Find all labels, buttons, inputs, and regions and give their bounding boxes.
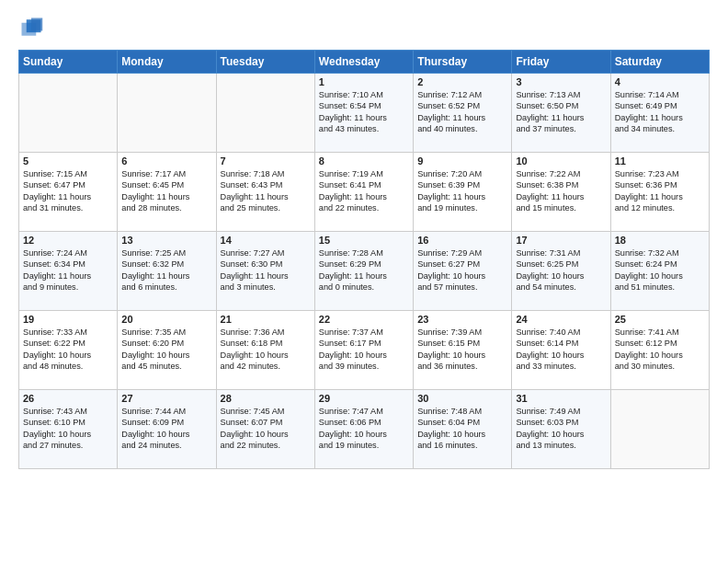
calendar-cell: 30Sunrise: 7:48 AM Sunset: 6:04 PM Dayli… xyxy=(414,390,512,469)
cell-text: Sunrise: 7:25 AM Sunset: 6:32 PM Dayligh… xyxy=(121,247,211,293)
day-number: 30 xyxy=(417,393,507,404)
calendar-cell: 29Sunrise: 7:47 AM Sunset: 6:06 PM Dayli… xyxy=(314,390,413,469)
calendar-header-row: SundayMondayTuesdayWednesdayThursdayFrid… xyxy=(19,51,710,74)
calendar-header-thursday: Thursday xyxy=(414,51,512,74)
calendar-cell: 24Sunrise: 7:40 AM Sunset: 6:14 PM Dayli… xyxy=(512,311,610,390)
day-number: 6 xyxy=(121,155,211,167)
day-number: 1 xyxy=(319,76,409,87)
calendar-week-row: 12Sunrise: 7:24 AM Sunset: 6:34 PM Dayli… xyxy=(19,232,710,311)
calendar-cell: 10Sunrise: 7:22 AM Sunset: 6:38 PM Dayli… xyxy=(512,153,610,232)
logo-icon xyxy=(18,15,44,40)
day-number: 8 xyxy=(319,155,409,167)
cell-text: Sunrise: 7:17 AM Sunset: 6:45 PM Dayligh… xyxy=(121,168,211,214)
day-number: 16 xyxy=(417,235,507,246)
calendar-cell: 16Sunrise: 7:29 AM Sunset: 6:27 PM Dayli… xyxy=(414,232,512,311)
calendar-week-row: 19Sunrise: 7:33 AM Sunset: 6:22 PM Dayli… xyxy=(19,311,710,390)
cell-text: Sunrise: 7:41 AM Sunset: 6:12 PM Dayligh… xyxy=(615,327,705,373)
day-number: 13 xyxy=(121,235,211,246)
cell-text: Sunrise: 7:22 AM Sunset: 6:38 PM Dayligh… xyxy=(516,168,606,214)
cell-text: Sunrise: 7:15 AM Sunset: 6:47 PM Dayligh… xyxy=(23,168,113,214)
calendar-cell: 3Sunrise: 7:13 AM Sunset: 6:50 PM Daylig… xyxy=(512,74,610,153)
cell-text: Sunrise: 7:32 AM Sunset: 6:24 PM Dayligh… xyxy=(615,247,705,293)
day-number: 28 xyxy=(221,393,311,404)
calendar-header-saturday: Saturday xyxy=(610,51,709,74)
day-number: 18 xyxy=(615,235,705,246)
calendar-cell: 21Sunrise: 7:36 AM Sunset: 6:18 PM Dayli… xyxy=(216,311,314,390)
calendar-cell xyxy=(118,74,216,153)
calendar-header-monday: Monday xyxy=(118,51,216,74)
day-number: 25 xyxy=(615,314,705,325)
calendar-cell: 13Sunrise: 7:25 AM Sunset: 6:32 PM Dayli… xyxy=(118,232,216,311)
calendar-cell: 18Sunrise: 7:32 AM Sunset: 6:24 PM Dayli… xyxy=(610,232,709,311)
day-number: 4 xyxy=(615,76,705,87)
calendar-cell: 31Sunrise: 7:49 AM Sunset: 6:03 PM Dayli… xyxy=(512,390,610,469)
day-number: 22 xyxy=(319,314,409,325)
cell-text: Sunrise: 7:47 AM Sunset: 6:06 PM Dayligh… xyxy=(319,406,409,452)
calendar-cell: 4Sunrise: 7:14 AM Sunset: 6:49 PM Daylig… xyxy=(610,74,709,153)
day-number: 20 xyxy=(121,314,211,325)
cell-text: Sunrise: 7:31 AM Sunset: 6:25 PM Dayligh… xyxy=(516,247,606,293)
calendar-cell: 6Sunrise: 7:17 AM Sunset: 6:45 PM Daylig… xyxy=(118,153,216,232)
cell-text: Sunrise: 7:37 AM Sunset: 6:17 PM Dayligh… xyxy=(319,327,409,373)
calendar-cell: 1Sunrise: 7:10 AM Sunset: 6:54 PM Daylig… xyxy=(314,74,413,153)
cell-text: Sunrise: 7:44 AM Sunset: 6:09 PM Dayligh… xyxy=(121,406,211,452)
calendar-header-tuesday: Tuesday xyxy=(216,51,314,74)
cell-text: Sunrise: 7:24 AM Sunset: 6:34 PM Dayligh… xyxy=(23,247,113,293)
calendar-week-row: 1Sunrise: 7:10 AM Sunset: 6:54 PM Daylig… xyxy=(19,74,710,153)
calendar-cell: 8Sunrise: 7:19 AM Sunset: 6:41 PM Daylig… xyxy=(314,153,413,232)
calendar-cell: 25Sunrise: 7:41 AM Sunset: 6:12 PM Dayli… xyxy=(610,311,709,390)
calendar-cell xyxy=(610,390,709,469)
header xyxy=(18,15,710,40)
cell-text: Sunrise: 7:43 AM Sunset: 6:10 PM Dayligh… xyxy=(23,406,113,452)
calendar-table: SundayMondayTuesdayWednesdayThursdayFrid… xyxy=(18,50,710,469)
cell-text: Sunrise: 7:35 AM Sunset: 6:20 PM Dayligh… xyxy=(121,327,211,373)
cell-text: Sunrise: 7:18 AM Sunset: 6:43 PM Dayligh… xyxy=(221,168,311,214)
cell-text: Sunrise: 7:10 AM Sunset: 6:54 PM Dayligh… xyxy=(319,89,409,135)
day-number: 23 xyxy=(417,314,507,325)
calendar-header-wednesday: Wednesday xyxy=(314,51,413,74)
day-number: 24 xyxy=(516,314,606,325)
cell-text: Sunrise: 7:28 AM Sunset: 6:29 PM Dayligh… xyxy=(319,247,409,293)
cell-text: Sunrise: 7:29 AM Sunset: 6:27 PM Dayligh… xyxy=(417,247,507,293)
cell-text: Sunrise: 7:12 AM Sunset: 6:52 PM Dayligh… xyxy=(417,89,507,135)
calendar-cell: 22Sunrise: 7:37 AM Sunset: 6:17 PM Dayli… xyxy=(314,311,413,390)
logo xyxy=(18,15,48,40)
cell-text: Sunrise: 7:23 AM Sunset: 6:36 PM Dayligh… xyxy=(615,168,705,214)
calendar-cell: 27Sunrise: 7:44 AM Sunset: 6:09 PM Dayli… xyxy=(118,390,216,469)
cell-text: Sunrise: 7:45 AM Sunset: 6:07 PM Dayligh… xyxy=(221,406,311,452)
calendar-cell: 20Sunrise: 7:35 AM Sunset: 6:20 PM Dayli… xyxy=(118,311,216,390)
cell-text: Sunrise: 7:14 AM Sunset: 6:49 PM Dayligh… xyxy=(615,89,705,135)
calendar-cell: 26Sunrise: 7:43 AM Sunset: 6:10 PM Dayli… xyxy=(19,390,118,469)
day-number: 2 xyxy=(417,76,507,87)
cell-text: Sunrise: 7:48 AM Sunset: 6:04 PM Dayligh… xyxy=(417,406,507,452)
day-number: 19 xyxy=(23,314,113,325)
day-number: 11 xyxy=(615,155,705,167)
calendar-cell: 14Sunrise: 7:27 AM Sunset: 6:30 PM Dayli… xyxy=(216,232,314,311)
svg-marker-2 xyxy=(31,18,42,31)
day-number: 17 xyxy=(516,235,606,246)
cell-text: Sunrise: 7:19 AM Sunset: 6:41 PM Dayligh… xyxy=(319,168,409,214)
day-number: 14 xyxy=(221,235,311,246)
day-number: 27 xyxy=(121,393,211,404)
cell-text: Sunrise: 7:40 AM Sunset: 6:14 PM Dayligh… xyxy=(516,327,606,373)
cell-text: Sunrise: 7:39 AM Sunset: 6:15 PM Dayligh… xyxy=(417,327,507,373)
calendar-cell xyxy=(216,74,314,153)
cell-text: Sunrise: 7:20 AM Sunset: 6:39 PM Dayligh… xyxy=(417,168,507,214)
calendar-cell: 12Sunrise: 7:24 AM Sunset: 6:34 PM Dayli… xyxy=(19,232,118,311)
calendar-cell xyxy=(19,74,118,153)
cell-text: Sunrise: 7:49 AM Sunset: 6:03 PM Dayligh… xyxy=(516,406,606,452)
calendar-week-row: 26Sunrise: 7:43 AM Sunset: 6:10 PM Dayli… xyxy=(19,390,710,469)
day-number: 29 xyxy=(319,393,409,404)
cell-text: Sunrise: 7:36 AM Sunset: 6:18 PM Dayligh… xyxy=(221,327,311,373)
cell-text: Sunrise: 7:33 AM Sunset: 6:22 PM Dayligh… xyxy=(23,327,113,373)
day-number: 7 xyxy=(221,155,311,167)
day-number: 9 xyxy=(417,155,507,167)
day-number: 15 xyxy=(319,235,409,246)
calendar-cell: 15Sunrise: 7:28 AM Sunset: 6:29 PM Dayli… xyxy=(314,232,413,311)
calendar-cell: 9Sunrise: 7:20 AM Sunset: 6:39 PM Daylig… xyxy=(414,153,512,232)
day-number: 5 xyxy=(23,155,113,167)
day-number: 26 xyxy=(23,393,113,404)
cell-text: Sunrise: 7:27 AM Sunset: 6:30 PM Dayligh… xyxy=(221,247,311,293)
day-number: 21 xyxy=(221,314,311,325)
calendar-week-row: 5Sunrise: 7:15 AM Sunset: 6:47 PM Daylig… xyxy=(19,153,710,232)
